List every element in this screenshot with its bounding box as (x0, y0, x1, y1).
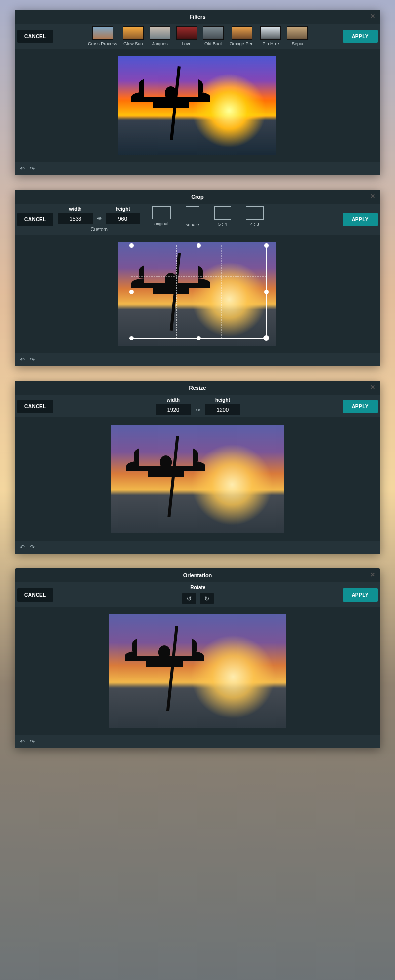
filter-thumb-icon (123, 26, 144, 40)
ratio-box-icon (152, 206, 171, 219)
crop-handle[interactable] (129, 290, 134, 294)
close-icon[interactable]: ✕ (370, 571, 375, 578)
ratio-label: 5 : 4 (214, 222, 231, 226)
link-icon[interactable]: ⇹ (97, 209, 102, 222)
preview-area (15, 607, 380, 735)
crop-handle[interactable] (264, 243, 269, 248)
height-group: height (106, 206, 140, 224)
panel-footer: ↶ ↷ (15, 162, 380, 175)
ratio-original[interactable]: original (152, 206, 171, 226)
width-group: width (156, 397, 191, 415)
crop-handle[interactable] (263, 335, 269, 341)
filter-label: Love (176, 41, 197, 46)
close-icon[interactable]: ✕ (370, 13, 375, 20)
width-input[interactable] (58, 213, 93, 224)
crop-rectangle[interactable] (131, 245, 267, 339)
filter-pin-hole[interactable]: Pin Hole (260, 26, 281, 46)
apply-button[interactable]: APPLY (343, 30, 378, 43)
height-input[interactable] (205, 404, 240, 415)
crop-handle[interactable] (197, 336, 201, 340)
crop-handle[interactable] (129, 336, 134, 340)
redo-icon[interactable]: ↷ (30, 738, 35, 745)
filter-jarques[interactable]: Jarques (150, 26, 170, 46)
ratio-label: square (186, 222, 199, 227)
height-label: height (106, 206, 140, 212)
link-icon[interactable]: ⚯ (196, 399, 200, 414)
width-group: width (58, 206, 93, 224)
filter-thumb-icon (176, 26, 197, 40)
cancel-button[interactable]: CANCEL (17, 400, 53, 413)
filter-label: Jarques (150, 41, 170, 46)
orientation-panel: Orientation ✕ CANCEL Rotate ↺ ↻ APPLY ↶ … (15, 568, 380, 748)
title-text: Resize (189, 385, 206, 391)
filter-love[interactable]: Love (176, 26, 197, 46)
redo-icon[interactable]: ↷ (30, 544, 35, 551)
ratio-box-icon (246, 206, 264, 220)
apply-button[interactable]: APPLY (343, 213, 378, 226)
redo-icon[interactable]: ↷ (30, 165, 35, 172)
filter-thumb-icon (287, 26, 308, 40)
filters-panel: Filters ✕ CANCEL Cross Process Glow Sun … (15, 10, 380, 175)
rotate-controls: Rotate ↺ ↻ (53, 585, 343, 604)
panel-title: Orientation ✕ (15, 568, 380, 582)
crop-panel: Crop ✕ CANCEL width ⇹ height Custom orig… (15, 190, 380, 366)
width-label: width (58, 206, 93, 212)
close-icon[interactable]: ✕ (370, 384, 375, 391)
ratio-square[interactable]: square (186, 206, 199, 227)
resize-panel: Resize ✕ CANCEL width ⚯ height APPLY ↶ ↷ (15, 381, 380, 554)
crop-handle[interactable] (129, 243, 134, 248)
cancel-button[interactable]: CANCEL (17, 588, 53, 602)
close-icon[interactable]: ✕ (370, 193, 375, 200)
rotate-left-button[interactable]: ↺ (182, 593, 196, 604)
filter-label: Old Boot (203, 41, 224, 46)
apply-button[interactable]: APPLY (343, 400, 378, 413)
crop-handle[interactable] (197, 243, 201, 248)
filter-old-boot[interactable]: Old Boot (203, 26, 224, 46)
filter-thumb-icon (203, 26, 224, 40)
ratio-box-icon (186, 206, 199, 220)
panel-title: Resize ✕ (15, 381, 380, 395)
panel-title: Filters ✕ (15, 10, 380, 24)
apply-button[interactable]: APPLY (343, 588, 378, 602)
crop-toolbar: CANCEL width ⇹ height Custom original sq… (15, 204, 380, 235)
undo-icon[interactable]: ↶ (20, 356, 25, 363)
ratio-4-3[interactable]: 4 : 3 (246, 206, 264, 226)
preview-area (15, 417, 380, 541)
height-label: height (205, 397, 240, 403)
rotate-right-button[interactable]: ↻ (200, 593, 214, 604)
panel-footer: ↶ ↷ (15, 541, 380, 554)
filter-cross-process[interactable]: Cross Process (88, 26, 117, 46)
crop-preview[interactable] (118, 242, 276, 346)
filters-toolbar: CANCEL Cross Process Glow Sun Jarques Lo… (15, 24, 380, 49)
crop-handle[interactable] (264, 290, 269, 294)
preview-area (15, 49, 380, 162)
panel-title: Crop ✕ (15, 190, 380, 204)
height-input[interactable] (106, 213, 140, 224)
ratio-5-4[interactable]: 5 : 4 (214, 206, 231, 226)
crop-controls: width ⇹ height Custom original square 5 … (53, 206, 343, 232)
title-text: Crop (191, 194, 204, 200)
preview-image (118, 56, 276, 155)
panel-footer: ↶ ↷ (15, 735, 380, 748)
filter-sepia[interactable]: Sepia (287, 26, 308, 46)
width-input[interactable] (156, 404, 191, 415)
resize-controls: width ⚯ height (53, 397, 343, 415)
filter-glow-sun[interactable]: Glow Sun (123, 26, 144, 46)
undo-icon[interactable]: ↶ (20, 165, 25, 172)
filter-label: Glow Sun (123, 41, 144, 46)
ratio-label: original (152, 221, 171, 226)
undo-icon[interactable]: ↶ (20, 738, 25, 745)
cancel-button[interactable]: CANCEL (17, 213, 53, 226)
undo-icon[interactable]: ↶ (20, 544, 25, 551)
title-text: Filters (189, 14, 205, 20)
redo-icon[interactable]: ↷ (30, 356, 35, 363)
title-text: Orientation (183, 572, 212, 578)
filter-thumb-icon (150, 26, 170, 40)
filter-orange-peel[interactable]: Orange Peel (230, 26, 255, 46)
orientation-toolbar: CANCEL Rotate ↺ ↻ APPLY (15, 582, 380, 607)
cancel-button[interactable]: CANCEL (17, 30, 53, 43)
custom-dimensions: width ⇹ height Custom (58, 206, 140, 232)
filter-label: Sepia (287, 41, 308, 46)
filter-label: Pin Hole (260, 41, 281, 46)
ratio-label: 4 : 3 (246, 222, 264, 226)
